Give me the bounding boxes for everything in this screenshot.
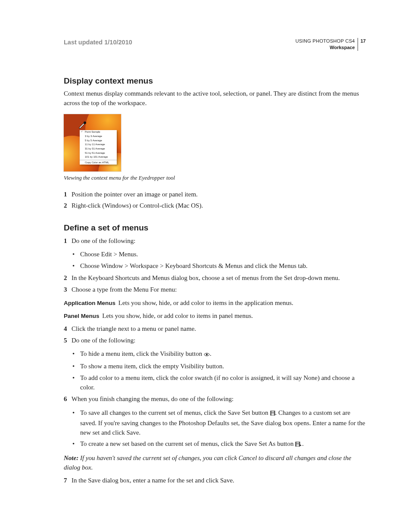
intro-paragraph: Context menus display commands relevant … [64,89,366,108]
bullet-icon: • [72,250,80,259]
menu-item: 31 by 31 Average [80,146,117,151]
doc-title: USING PHOTOSHOP CS4 [296,38,355,44]
steps-define-cont2: 4 Click the triangle next to a menu or p… [64,324,366,345]
bullet-text: Choose Window > Workspace > Keyboard Sho… [80,261,366,271]
svg-rect-5 [271,413,274,415]
menu-item: 51 by 51 Average [80,151,117,155]
bullets-step5: • To hide a menu item, click the Visibil… [72,349,366,392]
doc-section: Workspace [296,44,355,51]
term-label: Panel Menus [64,313,100,319]
svg-rect-7 [296,442,299,444]
menu-item: 101 by 101 Average [80,155,117,159]
figure-caption: Viewing the context menu for the Eyedrop… [64,174,366,182]
step-text: In the Keyboard Shortcuts and Menus dial… [72,274,366,283]
bullet-icon: • [72,373,80,392]
bullets-step1: • Choose Edit > Menus. • Choose Window >… [72,250,366,271]
step-number: 5 [64,336,72,345]
step-number: 2 [64,201,72,211]
bullet-icon: • [72,362,80,371]
figure-context-menu: Point Sample 3 by 3 Average 5 by 5 Avera… [64,114,366,171]
steps-define-cont: 2 In the Keyboard Shortcuts and Menus di… [64,274,366,295]
bullet-text: To save all changes to the current set o… [80,408,366,437]
step-number: 2 [64,274,72,283]
bullet-text: To add color to a menu item, click the c… [80,373,366,392]
page-content: Last updated 1/10/2010 USING PHOTOSHOP C… [0,0,411,515]
svg-point-0 [84,121,86,124]
step-number: 7 [64,476,72,485]
steps-display: 1 Position the pointer over an image or … [64,190,366,211]
step-text: Position the pointer over an image or pa… [72,190,366,199]
steps-define-cont4: 7 In the Save dialog box, enter a name f… [64,476,366,485]
svg-rect-8 [296,444,299,446]
step-text: In the Save dialog box, enter a name for… [72,476,366,485]
steps-define: 1 Do one of the following: [64,236,366,246]
menu-item: Copy Color as HTML [80,161,117,165]
bullet-text: Choose Edit > Menus. [80,250,366,259]
save-icon [270,409,275,419]
menu-item: 5 by 5 Average [80,138,117,143]
figure-image: Point Sample 3 by 3 Average 5 by 5 Avera… [64,114,121,171]
note: Note: If you haven't saved the current s… [64,454,366,473]
last-updated-label: Last updated 1/10/2010 [64,38,132,47]
step-number: 1 [64,190,72,199]
term-panel-menus: Panel Menus Lets you show, hide, or add … [64,311,366,321]
bullet-icon: • [72,349,80,360]
term-application-menus: Application Menus Lets you show, hide, o… [64,299,366,308]
step-text: Right-click (Windows) or Control-click (… [72,201,366,211]
menu-item: Point Sample [80,130,117,134]
svg-rect-4 [271,411,274,413]
heading-display-context-menus: Display context menus [64,75,366,87]
term-desc: Lets you show, hide, or add color to ite… [118,299,293,306]
heading-define-menus: Define a set of menus [64,222,366,234]
step-text: Click the triangle next to a menu or pan… [72,324,366,334]
step-number: 4 [64,324,72,334]
note-text: If you haven't saved the current set of … [64,454,351,471]
term-label: Application Menus [64,300,115,306]
term-desc: Lets you show, hide, or add color to ite… [102,312,253,319]
bullet-icon: • [72,261,80,271]
bullet-icon: • [72,408,80,437]
menu-item: 3 by 3 Average [80,134,117,138]
visibility-icon [204,350,210,360]
step-text: Choose a type from the Menu For menu: [72,285,366,295]
bullet-text: To hide a menu item, click the Visibilit… [80,349,366,360]
step-number: 1 [64,236,72,246]
menu-item: 11 by 11 Average [80,143,117,147]
step-text: When you finish changing the menus, do o… [72,395,366,404]
bullet-text: To create a new set based on the current… [80,439,366,450]
bullet-icon: • [72,439,80,450]
svg-point-2 [206,354,208,355]
steps-define-cont3: 6 When you finish changing the menus, do… [64,395,366,404]
page-header: Last updated 1/10/2010 USING PHOTOSHOP C… [64,38,366,51]
save-as-icon [295,441,302,450]
header-right: USING PHOTOSHOP CS4 Workspace 17 [296,38,366,51]
step-text: Do one of the following: [72,236,366,246]
bullets-step6: • To save all changes to the current set… [72,408,366,450]
eyedropper-icon [78,120,87,129]
step-text: Do one of the following: [72,336,366,345]
page-number: 17 [358,38,366,44]
step-number: 6 [64,395,72,404]
step-number: 3 [64,285,72,295]
bullet-text: To show a menu item, click the empty Vis… [80,362,366,371]
note-label: Note: [64,454,78,461]
context-menu-popup: Point Sample 3 by 3 Average 5 by 5 Avera… [80,130,117,165]
